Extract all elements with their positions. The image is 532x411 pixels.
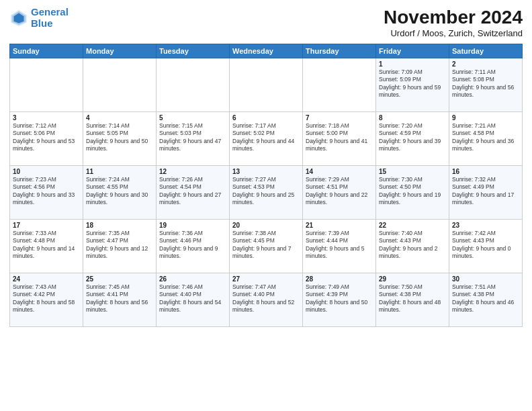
day-info: Sunrise: 7:35 AM Sunset: 4:47 PM Dayligh… (86, 230, 153, 261)
day-number: 7 (306, 114, 373, 122)
day-info: Sunrise: 7:20 AM Sunset: 4:59 PM Dayligh… (379, 122, 446, 153)
weekday-header-saturday: Saturday (449, 44, 523, 58)
calendar-cell: 3Sunrise: 7:12 AM Sunset: 5:06 PM Daylig… (10, 112, 83, 166)
logo-icon (9, 9, 28, 28)
calendar-cell: 23Sunrise: 7:42 AM Sunset: 4:43 PM Dayli… (449, 220, 523, 273)
calendar-cell: 11Sunrise: 7:24 AM Sunset: 4:55 PM Dayli… (83, 166, 157, 220)
day-info: Sunrise: 7:30 AM Sunset: 4:50 PM Dayligh… (379, 176, 446, 207)
day-number: 1 (379, 60, 446, 68)
day-info: Sunrise: 7:32 AM Sunset: 4:49 PM Dayligh… (452, 176, 519, 207)
day-info: Sunrise: 7:45 AM Sunset: 4:41 PM Dayligh… (86, 283, 153, 314)
day-number: 5 (159, 114, 226, 122)
calendar-cell: 15Sunrise: 7:30 AM Sunset: 4:50 PM Dayli… (376, 166, 449, 220)
day-info: Sunrise: 7:15 AM Sunset: 5:03 PM Dayligh… (159, 122, 226, 153)
weekday-header-thursday: Thursday (303, 44, 376, 58)
day-info: Sunrise: 7:23 AM Sunset: 4:56 PM Dayligh… (13, 176, 80, 207)
weekday-header-monday: Monday (83, 44, 157, 58)
day-number: 19 (159, 222, 226, 229)
calendar-cell: 10Sunrise: 7:23 AM Sunset: 4:56 PM Dayli… (10, 166, 83, 220)
logo-text: General Blue (31, 7, 69, 29)
day-number: 24 (13, 275, 80, 283)
calendar-cell: 2Sunrise: 7:11 AM Sunset: 5:08 PM Daylig… (449, 58, 523, 112)
day-number: 18 (86, 222, 153, 229)
day-info: Sunrise: 7:14 AM Sunset: 5:05 PM Dayligh… (86, 122, 153, 153)
calendar-week-row: 3Sunrise: 7:12 AM Sunset: 5:06 PM Daylig… (10, 112, 523, 166)
calendar-cell: 9Sunrise: 7:21 AM Sunset: 4:58 PM Daylig… (449, 112, 523, 166)
day-info: Sunrise: 7:51 AM Sunset: 4:38 PM Dayligh… (452, 283, 519, 314)
day-info: Sunrise: 7:12 AM Sunset: 5:06 PM Dayligh… (13, 122, 80, 153)
day-number: 9 (452, 114, 519, 122)
day-info: Sunrise: 7:43 AM Sunset: 4:42 PM Dayligh… (13, 283, 80, 314)
calendar-cell: 5Sunrise: 7:15 AM Sunset: 5:03 PM Daylig… (157, 112, 230, 166)
page-header: General Blue November 2024 Urdorf / Moos… (9, 7, 523, 38)
calendar-cell (303, 58, 376, 112)
day-number: 8 (379, 114, 446, 122)
calendar-body: 1Sunrise: 7:09 AM Sunset: 5:09 PM Daylig… (10, 58, 523, 327)
day-info: Sunrise: 7:18 AM Sunset: 5:00 PM Dayligh… (306, 122, 373, 153)
logo: General Blue (9, 7, 69, 29)
day-number: 15 (379, 168, 446, 175)
day-number: 25 (86, 275, 153, 283)
main-title: November 2024 (384, 7, 523, 28)
day-info: Sunrise: 7:17 AM Sunset: 5:02 PM Dayligh… (232, 122, 300, 153)
calendar-cell: 26Sunrise: 7:46 AM Sunset: 4:40 PM Dayli… (157, 273, 230, 327)
day-number: 16 (452, 168, 519, 175)
calendar-cell: 24Sunrise: 7:43 AM Sunset: 4:42 PM Dayli… (10, 273, 83, 327)
subtitle: Urdorf / Moos, Zurich, Switzerland (384, 28, 523, 38)
calendar-cell: 13Sunrise: 7:27 AM Sunset: 4:53 PM Dayli… (230, 166, 303, 220)
calendar-cell: 6Sunrise: 7:17 AM Sunset: 5:02 PM Daylig… (230, 112, 303, 166)
calendar-cell: 4Sunrise: 7:14 AM Sunset: 5:05 PM Daylig… (83, 112, 157, 166)
calendar-cell: 25Sunrise: 7:45 AM Sunset: 4:41 PM Dayli… (83, 273, 157, 327)
day-number: 21 (306, 222, 373, 229)
day-info: Sunrise: 7:49 AM Sunset: 4:39 PM Dayligh… (306, 283, 373, 314)
day-info: Sunrise: 7:46 AM Sunset: 4:40 PM Dayligh… (159, 283, 226, 314)
calendar-cell: 1Sunrise: 7:09 AM Sunset: 5:09 PM Daylig… (376, 58, 449, 112)
day-info: Sunrise: 7:27 AM Sunset: 4:53 PM Dayligh… (232, 176, 300, 207)
day-number: 4 (86, 114, 153, 122)
day-number: 11 (86, 168, 153, 175)
day-number: 2 (452, 60, 519, 68)
day-number: 3 (13, 114, 80, 122)
calendar-cell: 7Sunrise: 7:18 AM Sunset: 5:00 PM Daylig… (303, 112, 376, 166)
calendar-cell: 19Sunrise: 7:36 AM Sunset: 4:46 PM Dayli… (157, 220, 230, 273)
calendar-cell (230, 58, 303, 112)
calendar-cell: 8Sunrise: 7:20 AM Sunset: 4:59 PM Daylig… (376, 112, 449, 166)
calendar-week-row: 10Sunrise: 7:23 AM Sunset: 4:56 PM Dayli… (10, 166, 523, 220)
calendar-cell: 27Sunrise: 7:47 AM Sunset: 4:40 PM Dayli… (230, 273, 303, 327)
calendar-table: SundayMondayTuesdayWednesdayThursdayFrid… (9, 44, 523, 327)
calendar-cell: 17Sunrise: 7:33 AM Sunset: 4:48 PM Dayli… (10, 220, 83, 273)
day-info: Sunrise: 7:26 AM Sunset: 4:54 PM Dayligh… (159, 176, 226, 207)
day-number: 22 (379, 222, 446, 229)
day-info: Sunrise: 7:50 AM Sunset: 4:38 PM Dayligh… (379, 283, 446, 314)
weekday-header-row: SundayMondayTuesdayWednesdayThursdayFrid… (10, 44, 523, 58)
day-number: 20 (232, 222, 300, 229)
day-info: Sunrise: 7:39 AM Sunset: 4:44 PM Dayligh… (306, 230, 373, 261)
title-block: November 2024 Urdorf / Moos, Zurich, Swi… (384, 7, 523, 38)
day-number: 13 (232, 168, 300, 175)
calendar-cell (157, 58, 230, 112)
calendar-cell: 28Sunrise: 7:49 AM Sunset: 4:39 PM Dayli… (303, 273, 376, 327)
day-number: 28 (306, 275, 373, 283)
calendar-cell: 18Sunrise: 7:35 AM Sunset: 4:47 PM Dayli… (83, 220, 157, 273)
day-info: Sunrise: 7:29 AM Sunset: 4:51 PM Dayligh… (306, 176, 373, 207)
day-info: Sunrise: 7:09 AM Sunset: 5:09 PM Dayligh… (379, 68, 446, 99)
weekday-header-friday: Friday (376, 44, 449, 58)
day-number: 14 (306, 168, 373, 175)
day-number: 10 (13, 168, 80, 175)
calendar-week-row: 1Sunrise: 7:09 AM Sunset: 5:09 PM Daylig… (10, 58, 523, 112)
weekday-header-wednesday: Wednesday (230, 44, 303, 58)
calendar-week-row: 17Sunrise: 7:33 AM Sunset: 4:48 PM Dayli… (10, 220, 523, 273)
calendar-cell: 29Sunrise: 7:50 AM Sunset: 4:38 PM Dayli… (376, 273, 449, 327)
day-number: 26 (159, 275, 226, 283)
day-number: 12 (159, 168, 226, 175)
day-number: 30 (452, 275, 519, 283)
day-info: Sunrise: 7:21 AM Sunset: 4:58 PM Dayligh… (452, 122, 519, 153)
calendar-cell: 20Sunrise: 7:38 AM Sunset: 4:45 PM Dayli… (230, 220, 303, 273)
day-info: Sunrise: 7:11 AM Sunset: 5:08 PM Dayligh… (452, 68, 519, 99)
day-info: Sunrise: 7:36 AM Sunset: 4:46 PM Dayligh… (159, 230, 226, 261)
day-info: Sunrise: 7:24 AM Sunset: 4:55 PM Dayligh… (86, 176, 153, 207)
calendar-cell (10, 58, 83, 112)
day-number: 27 (232, 275, 300, 283)
day-info: Sunrise: 7:33 AM Sunset: 4:48 PM Dayligh… (13, 230, 80, 261)
calendar-cell: 22Sunrise: 7:40 AM Sunset: 4:43 PM Dayli… (376, 220, 449, 273)
